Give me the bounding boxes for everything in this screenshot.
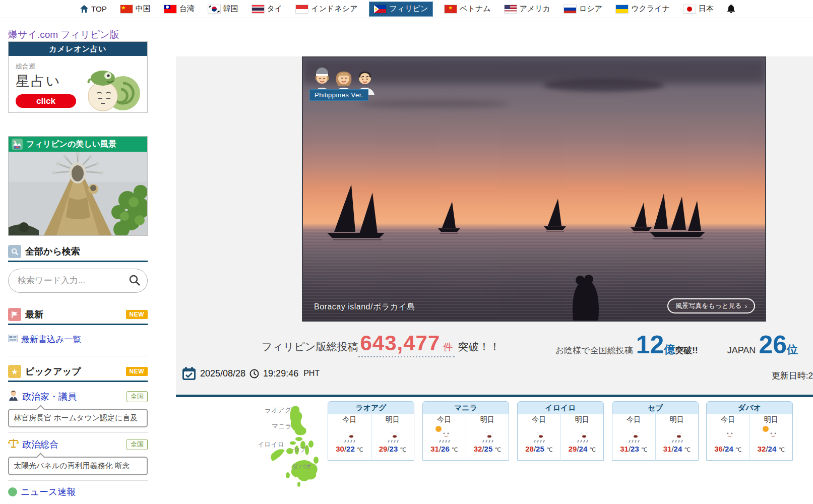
fortune-ad[interactable]: カメレオン占い 総合運 星占い click — [8, 41, 148, 113]
pickup-section: ★ ピックアップ NEW 政治家・議員 全国 林官房長官 ホームタウン認定に言及… — [8, 364, 148, 502]
list-icon — [8, 335, 18, 344]
weather-card-iloilo[interactable]: イロイロ 今日 28/25 ℃ 明日 29/24 ℃ — [517, 401, 604, 461]
nationwide-badge: 全国 — [127, 391, 148, 402]
indonesia-flag-icon — [296, 5, 308, 13]
weather-icon — [716, 424, 739, 444]
map-label-davao: ダバオ — [292, 462, 312, 471]
politician-icon — [8, 390, 19, 403]
page: TOP ★中国 台湾 韓国 タイ インドネシア フィリピン ★ベトナム アメリカ… — [0, 0, 813, 504]
map-label-manila: マニラ — [272, 422, 292, 431]
stats-row: フィリピン版総投稿 643,477 件 突破！！ お陰様で全国総投稿 12 億 … — [176, 331, 813, 360]
nav-item-philippines[interactable]: フィリピン — [369, 2, 433, 17]
national-stats: お陰様で全国総投稿 12 億 突破!! JAPAN 26 位 — [555, 334, 798, 357]
search-section-icon — [8, 245, 21, 258]
pickup-note-politicians[interactable]: 林官房長官 ホームタウン認定に言及 — [8, 409, 148, 427]
latest-section-title: 最新 — [25, 308, 43, 321]
current-time: 19:29:46 — [263, 368, 298, 379]
pickup-star-icon: ★ — [8, 365, 21, 378]
weather-icon — [527, 424, 550, 444]
nav-item-taiwan[interactable]: 台湾 — [162, 2, 197, 17]
search-submit-icon[interactable] — [128, 274, 142, 288]
fortune-title: 星占い — [16, 72, 84, 90]
scenery-photo-icon — [12, 139, 23, 150]
search-section: 全部から検索 — [8, 244, 148, 293]
national-count-value: 12 — [636, 334, 664, 356]
latest-posts-link[interactable]: 最新書込み一覧 — [21, 334, 81, 345]
pickup-item-politicians[interactable]: 政治家・議員 全国 — [8, 386, 148, 407]
map-label-laoag: ラオアグ — [265, 406, 291, 415]
japan-flag-icon — [683, 5, 696, 13]
weather-card-cebu[interactable]: セブ 今日 31/23 ℃ 明日 31/24 ℃ — [612, 401, 699, 461]
usa-flag-icon — [505, 5, 517, 13]
scenery-header: フィリピンの美しい風景 — [26, 139, 116, 150]
latest-flag-icon — [8, 308, 21, 321]
nav-item-korea[interactable]: 韓国 — [206, 2, 240, 17]
weather-card-laoag[interactable]: ラオアグ 今日 30/22 ℃ 明日 29/23 ℃ — [328, 401, 414, 461]
weather-card-davao[interactable]: ダバオ 今日 36/24 ℃ 明日 32/24 ℃ — [706, 401, 793, 461]
ukraine-flag-icon — [616, 5, 628, 13]
pickup-note-politics[interactable]: 太陽光パネルの再利用義務化 断念 — [8, 457, 148, 475]
site-title[interactable]: 爆サイ.com フィリピン版 — [8, 29, 119, 40]
photo-caption: Boracay island/ボラカイ島 — [314, 302, 415, 312]
weather-icon — [476, 424, 499, 444]
version-label: Philippines Ver. — [309, 89, 368, 101]
search-input[interactable] — [8, 269, 148, 293]
weather-icon — [381, 424, 404, 444]
pickup-item-partial[interactable]: ニュース速報 — [8, 482, 148, 502]
philippines-map: ラオアグ マニラ イロイロ セブ ダバオ — [251, 400, 334, 492]
nav-item-china[interactable]: ★中国 — [118, 2, 153, 17]
nav-item-top[interactable]: TOP — [78, 2, 109, 17]
korea-flag-icon — [208, 5, 220, 13]
hero-photo-boracay: Philippines Ver. Boracay island/ボラカイ島 風景… — [302, 56, 766, 322]
more-photos-button[interactable]: 風景写真をもっと見る› — [667, 298, 755, 313]
weather-icon — [432, 424, 456, 444]
scenery-image-statue — [9, 152, 147, 235]
nationwide-badge: 全国 — [127, 439, 148, 450]
nav-item-ukraine[interactable]: ウクライナ — [614, 2, 672, 17]
weather-icon — [571, 424, 594, 444]
notifications-bell-icon[interactable] — [727, 5, 735, 13]
country-nav: TOP ★中国 台湾 韓国 タイ インドネシア フィリピン ★ベトナム アメリカ… — [0, 0, 813, 18]
weather-card-manila[interactable]: マニラ 今日 31/26 ℃ 明日 32/25 ℃ — [422, 401, 509, 461]
thailand-flag-icon — [252, 5, 264, 13]
sidebar: 爆サイ.com フィリピン版 カメレオン占い 総合運 星占い click — [8, 28, 148, 502]
scenery-widget[interactable]: フィリピンの美しい風景 — [8, 136, 148, 236]
russia-flag-icon — [564, 5, 576, 13]
nav-item-vietnam[interactable]: ★ベトナム — [443, 2, 492, 17]
weather-icon — [760, 424, 783, 444]
fortune-click-button[interactable]: click — [16, 94, 76, 108]
japan-rank-value: 26 — [759, 334, 787, 356]
latest-new-badge: NEW — [126, 310, 148, 319]
updated-at-label: 更新日時:2 — [772, 370, 813, 382]
timezone: PHT — [303, 369, 320, 378]
japan-rank-label: JAPAN — [727, 345, 756, 356]
taiwan-flag-icon — [164, 5, 176, 13]
chameleon-illustration — [84, 62, 143, 106]
philippines-post-count: フィリピン版総投稿 643,477 件 突破！！ — [262, 331, 500, 357]
nav-item-thailand[interactable]: タイ — [250, 2, 285, 17]
weather-section: ラオアグ マニラ イロイロ セブ ダバオ ラオアグ 今日 30/22 ℃ 明日 … — [176, 397, 813, 504]
fortune-category: 総合運 — [16, 62, 84, 71]
chevron-right-icon: › — [745, 302, 747, 310]
current-date: 2025/08/28 — [200, 368, 245, 379]
home-icon — [80, 5, 88, 13]
datetime-bar: 2025/08/28 19:29:46 PHT — [182, 366, 320, 381]
nav-item-russia[interactable]: ロシア — [562, 2, 604, 17]
post-count-value: 643,477 — [360, 331, 440, 355]
category-icon — [8, 487, 17, 496]
clock-icon — [249, 369, 259, 379]
map-label-cebu: セブ — [293, 445, 306, 454]
pickup-section-title: ピックアップ — [25, 365, 81, 377]
fortune-ad-header: カメレオン占い — [9, 42, 147, 56]
map-label-iloilo: イロイロ — [258, 440, 284, 449]
nav-item-indonesia[interactable]: インドネシア — [294, 2, 359, 17]
weather-icon — [338, 424, 361, 444]
pickup-new-badge: NEW — [126, 367, 148, 376]
vietnam-flag-icon: ★ — [445, 5, 457, 13]
weather-icon — [665, 424, 689, 444]
calendar-icon — [182, 366, 196, 381]
nav-item-japan[interactable]: 日本 — [681, 2, 716, 17]
pickup-item-politics[interactable]: 政治総合 全国 — [8, 434, 148, 455]
latest-section: 最新 NEW 最新書込み一覧 — [8, 307, 148, 356]
nav-item-usa[interactable]: アメリカ — [503, 2, 552, 17]
